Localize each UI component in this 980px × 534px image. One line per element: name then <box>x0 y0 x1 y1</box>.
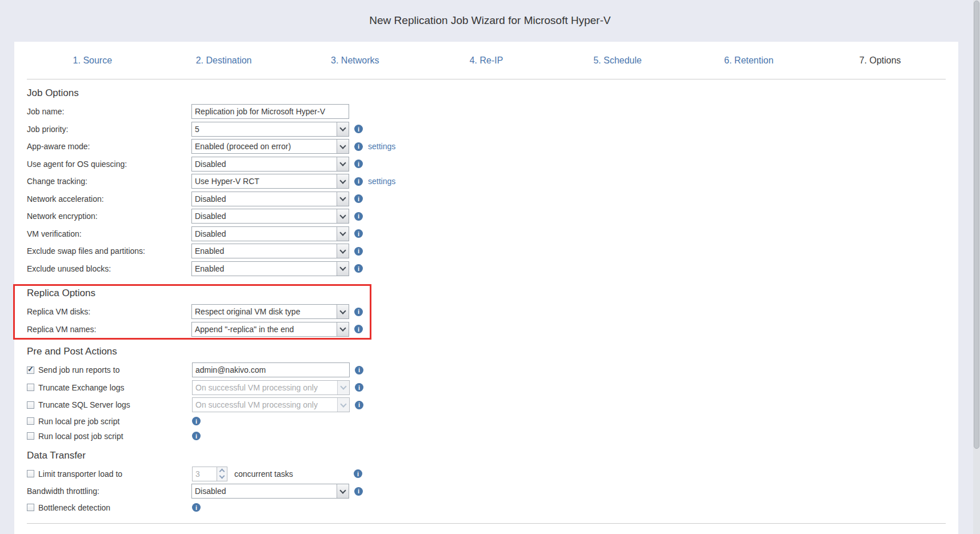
info-icon[interactable]: i <box>354 308 363 316</box>
select-value: Enabled (proceed on error) <box>192 142 337 151</box>
chevron-down-icon <box>337 140 349 153</box>
truncate-sql-checkbox[interactable]: ✓ <box>27 401 34 409</box>
bandwidth-throttling-label: Bandwidth throttling: <box>27 487 191 496</box>
select-value: Disabled <box>192 194 337 204</box>
change-tracking-select[interactable]: Use Hyper-V RCT <box>191 174 349 189</box>
job-name-input[interactable] <box>191 104 349 119</box>
info-icon[interactable]: i <box>355 366 363 374</box>
post-script-checkbox[interactable]: ✓ <box>27 432 34 440</box>
vm-verification-select[interactable]: Disabled <box>191 226 349 241</box>
replica-vm-disks-select[interactable]: Respect original VM disk type <box>191 304 349 319</box>
info-icon[interactable]: i <box>354 247 363 256</box>
info-icon[interactable]: i <box>354 229 363 238</box>
row-agent-quiescing: Use agent for OS quiescing: Disabled i <box>27 156 946 173</box>
section-heading-data-transfer: Data Transfer <box>27 449 946 461</box>
pre-script-label: Run local pre job script <box>38 417 192 426</box>
bottleneck-detection-checkbox[interactable]: ✓ <box>27 504 34 511</box>
send-reports-checkbox[interactable]: ✓ <box>27 366 34 374</box>
limit-transporter-checkbox[interactable]: ✓ <box>27 470 34 477</box>
row-post-script: ✓ Run local post job script i <box>27 429 946 444</box>
page-title: New Replication Job Wizard for Microsoft… <box>0 14 980 27</box>
info-icon[interactable]: i <box>192 432 201 440</box>
app-aware-settings-link[interactable]: settings <box>368 142 395 151</box>
info-icon[interactable]: i <box>354 125 363 133</box>
select-value: Disabled <box>192 487 337 496</box>
info-icon[interactable]: i <box>192 417 201 425</box>
truncate-sql-select: On successful VM processing only <box>192 397 350 412</box>
select-value: Disabled <box>192 229 337 238</box>
agent-quiescing-label: Use agent for OS quiescing: <box>27 160 191 169</box>
bandwidth-throttling-select[interactable]: Disabled <box>191 484 349 499</box>
app-aware-mode-select[interactable]: Enabled (proceed on error) <box>191 139 349 154</box>
info-icon[interactable]: i <box>354 212 363 221</box>
chevron-down-icon <box>337 322 349 336</box>
select-value: Disabled <box>192 160 337 169</box>
job-name-label: Job name: <box>27 107 191 116</box>
select-value: Enabled <box>192 246 337 256</box>
scrollbar-thumb[interactable] <box>974 1 979 449</box>
change-tracking-settings-link[interactable]: settings <box>368 177 395 186</box>
info-icon[interactable]: i <box>354 160 363 168</box>
bottom-divider <box>27 523 946 524</box>
info-icon[interactable]: i <box>354 194 363 203</box>
tab-networks[interactable]: 3. Networks <box>289 55 421 66</box>
spinner-down-icon <box>219 473 225 479</box>
tab-re-ip[interactable]: 4. Re-IP <box>421 55 552 66</box>
chevron-down-icon <box>337 157 349 171</box>
network-encryption-select[interactable]: Disabled <box>191 209 349 224</box>
exclude-unused-label: Exclude unused blocks: <box>27 264 191 273</box>
exclude-unused-select[interactable]: Enabled <box>191 261 349 276</box>
exclude-swap-select[interactable]: Enabled <box>191 244 349 258</box>
row-send-reports: ✓ Send job run reports to i <box>27 361 946 379</box>
select-value: Append "-replica" in the end <box>192 325 337 334</box>
tab-schedule[interactable]: 5. Schedule <box>552 55 683 66</box>
info-icon[interactable]: i <box>355 383 363 392</box>
vm-verification-label: VM verification: <box>27 229 191 238</box>
select-value: Use Hyper-V RCT <box>192 177 337 186</box>
replica-vm-names-label: Replica VM names: <box>27 325 191 334</box>
select-value: Respect original VM disk type <box>192 307 337 316</box>
row-replica-vm-names: Replica VM names: Append "-replica" in t… <box>27 321 946 338</box>
info-icon[interactable]: i <box>354 177 363 186</box>
chevron-down-icon <box>337 398 349 412</box>
truncate-sql-label: Truncate SQL Server logs <box>38 400 192 409</box>
tab-options[interactable]: 7. Options <box>814 55 946 66</box>
section-heading-job-options: Job Options <box>27 87 946 99</box>
tab-destination[interactable]: 2. Destination <box>158 55 290 66</box>
agent-quiescing-select[interactable]: Disabled <box>191 157 349 172</box>
chevron-down-icon <box>337 174 349 188</box>
pre-script-checkbox[interactable]: ✓ <box>27 417 34 425</box>
change-tracking-label: Change tracking: <box>27 177 191 186</box>
row-bandwidth-throttling: Bandwidth throttling: Disabled i <box>27 483 946 500</box>
select-value: 5 <box>192 125 337 134</box>
network-encryption-label: Network encryption: <box>27 212 191 221</box>
info-icon[interactable]: i <box>354 142 363 151</box>
app-aware-mode-label: App-aware mode: <box>27 142 191 151</box>
job-priority-select[interactable]: 5 <box>191 122 349 137</box>
concurrent-tasks-suffix: concurrent tasks <box>234 469 349 479</box>
info-icon[interactable]: i <box>355 401 363 409</box>
tab-retention[interactable]: 6. Retention <box>683 55 815 66</box>
select-value: Disabled <box>192 212 337 221</box>
post-script-label: Run local post job script <box>38 432 192 441</box>
send-reports-label: Send job run reports to <box>38 365 192 374</box>
replica-vm-names-select[interactable]: Append "-replica" in the end <box>191 322 349 337</box>
row-replica-vm-disks: Replica VM disks: Respect original VM di… <box>27 303 946 321</box>
truncate-exchange-checkbox[interactable]: ✓ <box>27 384 34 391</box>
limit-transporter-label: Limit transporter load to <box>38 469 192 479</box>
info-icon[interactable]: i <box>354 487 363 496</box>
row-bottleneck-detection: ✓ Bottleneck detection i <box>27 500 946 515</box>
info-icon[interactable]: i <box>354 325 363 333</box>
chevron-down-icon <box>337 484 349 498</box>
row-network-encryption: Network encryption: Disabled i <box>27 208 946 225</box>
info-icon[interactable]: i <box>354 264 363 273</box>
info-icon[interactable]: i <box>192 503 201 512</box>
report-email-input[interactable] <box>192 362 350 377</box>
info-icon[interactable]: i <box>354 469 362 478</box>
scrollbar-track[interactable] <box>973 0 980 534</box>
replica-vm-disks-label: Replica VM disks: <box>27 307 191 316</box>
network-acceleration-select[interactable]: Disabled <box>191 192 349 206</box>
tab-source[interactable]: 1. Source <box>27 55 158 66</box>
row-exclude-unused: Exclude unused blocks: Enabled i <box>27 260 946 278</box>
select-value: On successful VM processing only <box>193 383 337 392</box>
